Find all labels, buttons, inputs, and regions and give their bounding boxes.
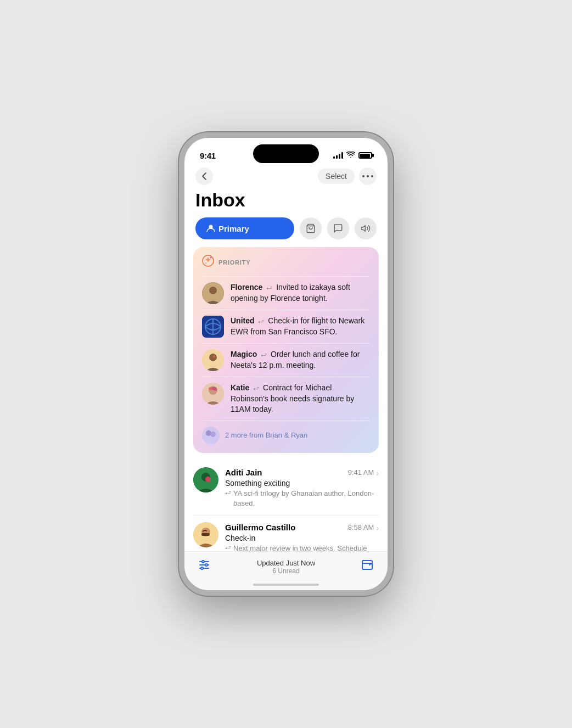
signal-bar-2	[336, 155, 338, 159]
svg-point-10	[209, 287, 217, 294]
svg-point-2	[371, 175, 373, 177]
avatar-florence	[202, 282, 224, 304]
content-area: PRIORITY Florence ⮐ Invited to	[184, 247, 388, 551]
email-content-guillermo: Guillermo Castillo 8:58 AM › Check-in ⮐ …	[225, 522, 379, 551]
priority-sender-united: United	[231, 316, 255, 325]
svg-rect-28	[201, 533, 210, 536]
priority-item-united[interactable]: United ⮐ Check-in for flight to Newark E…	[202, 310, 370, 343]
svg-point-19	[209, 387, 212, 390]
status-icons	[333, 152, 372, 160]
avatar-magico	[202, 349, 224, 371]
email-preview-text-guillermo: Next major review in two weeks. Schedule…	[233, 544, 379, 551]
priority-text-katie: Katie ⮐ Contract for Michael Robinson's …	[231, 383, 370, 415]
svg-point-15	[209, 354, 217, 361]
email-header-guillermo: Guillermo Castillo 8:58 AM ›	[225, 522, 379, 533]
back-button[interactable]	[195, 167, 213, 185]
phone-frame: 9:41	[179, 132, 393, 596]
svg-point-7	[210, 257, 212, 259]
priority-more-text: 2 more from Brian & Ryan	[225, 431, 307, 439]
svg-point-25	[205, 477, 211, 482]
email-time-row-guillermo: 8:58 AM ›	[348, 522, 379, 533]
svg-point-1	[367, 175, 369, 177]
email-preview-text-aditi: YA sci-fi trilogy by Ghanaian author, Lo…	[233, 489, 379, 508]
screen: 9:41	[184, 138, 388, 590]
email-sender-aditi: Aditi Jain	[225, 468, 262, 477]
priority-item-florence[interactable]: Florence ⮐ Invited to izakaya soft openi…	[202, 276, 370, 310]
svg-point-33	[205, 564, 208, 566]
priority-more[interactable]: 2 more from Brian & Ryan	[202, 421, 370, 445]
email-preview-guillermo: ⮐ Next major review in two weeks. Schedu…	[225, 544, 379, 551]
unread-text: 6 Unread	[257, 567, 315, 575]
chevron-right-aditi: ›	[376, 469, 379, 478]
email-time-aditi: 9:41 AM	[348, 468, 374, 477]
nav-right: Select	[318, 167, 377, 185]
bottom-center: Updated Just Now 6 Unread	[257, 559, 315, 575]
priority-text-magico: Magico ⮐ Order lunch and coffee for Neet…	[231, 349, 370, 371]
avatar-aditi	[193, 467, 218, 492]
more-button[interactable]	[359, 167, 377, 185]
page-title: Inbox	[184, 189, 388, 217]
priority-item-katie[interactable]: Katie ⮐ Contract for Michael Robinson's …	[202, 377, 370, 421]
priority-label: PRIORITY	[218, 259, 250, 266]
avatar-guillermo	[193, 522, 218, 547]
email-item-aditi[interactable]: Aditi Jain 9:41 AM › Something exciting …	[193, 461, 379, 516]
updated-text: Updated Just Now	[257, 559, 315, 567]
battery-icon	[358, 152, 372, 159]
status-time: 9:41	[200, 151, 216, 160]
chevron-right-guillermo: ›	[376, 524, 379, 533]
email-item-guillermo[interactable]: Guillermo Castillo 8:58 AM › Check-in ⮐ …	[193, 516, 379, 551]
signal-bar-4	[341, 152, 343, 159]
svg-rect-35	[362, 561, 372, 569]
svg-marker-5	[362, 226, 366, 232]
priority-text-florence: Florence ⮐ Invited to izakaya soft openi…	[231, 282, 370, 304]
reply-icon-katie: ⮐	[253, 385, 259, 391]
signal-bar-3	[339, 154, 340, 159]
svg-point-8	[205, 262, 206, 264]
tab-bar: Primary	[184, 217, 388, 247]
svg-point-34	[201, 567, 203, 569]
dynamic-island	[253, 144, 319, 163]
tab-shopping[interactable]	[300, 217, 322, 239]
priority-sender-katie: Katie	[231, 383, 249, 392]
priority-card[interactable]: PRIORITY Florence ⮐ Invited to	[193, 247, 379, 453]
svg-point-16	[213, 355, 215, 357]
svg-point-22	[210, 432, 216, 437]
tab-primary-label: Primary	[218, 224, 249, 233]
priority-sender-magico: Magico	[231, 350, 257, 359]
nav-bar: Select	[184, 165, 388, 189]
filter-button[interactable]	[198, 558, 211, 575]
priority-preview-katie: Contract for Michael Robinson's book nee…	[231, 383, 354, 413]
tab-chat[interactable]	[327, 217, 349, 239]
email-time-row-aditi: 9:41 AM ›	[348, 467, 379, 478]
avatar-united	[202, 316, 224, 338]
email-subject-guillermo: Check-in	[225, 534, 379, 542]
email-subject-aditi: Something exciting	[225, 479, 379, 488]
signal-bars-icon	[333, 152, 343, 159]
email-content-aditi: Aditi Jain 9:41 AM › Something exciting …	[225, 467, 379, 508]
svg-point-0	[362, 175, 364, 177]
tab-primary[interactable]: Primary	[195, 217, 294, 239]
select-button[interactable]: Select	[318, 169, 355, 184]
tab-promotions[interactable]	[355, 217, 377, 239]
wifi-icon	[346, 152, 355, 160]
svg-point-32	[202, 561, 204, 563]
reply-icon-magico: ⮐	[261, 351, 267, 358]
reply-icon-united: ⮐	[258, 318, 264, 324]
home-indicator	[253, 584, 319, 586]
priority-text-united: United ⮐ Check-in for flight to Newark E…	[231, 316, 370, 337]
email-preview-aditi: ⮐ YA sci-fi trilogy by Ghanaian author, …	[225, 489, 379, 508]
reply-icon-florence: ⮐	[266, 284, 272, 291]
compose-button[interactable]	[361, 558, 374, 575]
email-sender-guillermo: Guillermo Castillo	[225, 523, 295, 532]
priority-sender-florence: Florence	[231, 283, 262, 292]
priority-sparkle-icon	[202, 255, 214, 270]
battery-fill	[360, 154, 370, 158]
email-header-aditi: Aditi Jain 9:41 AM ›	[225, 467, 379, 478]
avatar-brian-ryan	[202, 427, 220, 444]
email-time-guillermo: 8:58 AM	[348, 523, 374, 531]
priority-item-magico[interactable]: Magico ⮐ Order lunch and coffee for Neet…	[202, 343, 370, 377]
priority-header: PRIORITY	[202, 255, 370, 270]
avatar-katie	[202, 383, 224, 405]
signal-bar-1	[333, 156, 335, 159]
